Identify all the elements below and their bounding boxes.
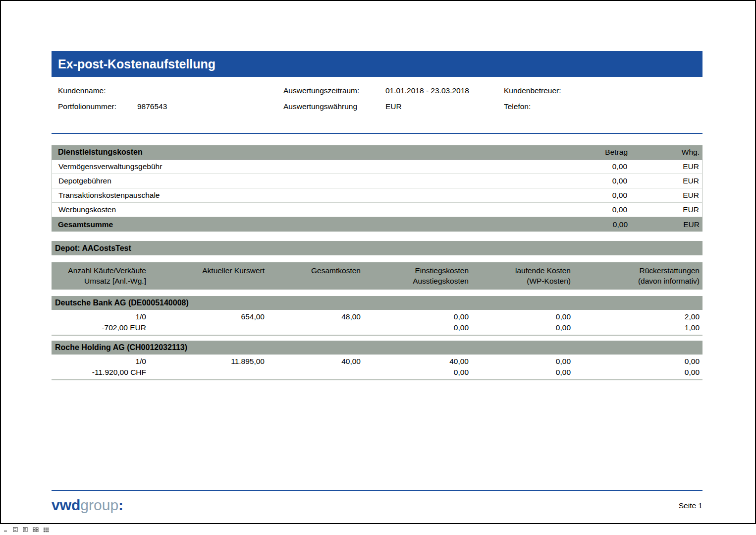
betrag-column-header: Betrag: [556, 148, 628, 157]
meta-row-2: Portfolionummer: 9876543 Auswertungswähr…: [52, 99, 702, 115]
position-cell: 11.895,00: [146, 356, 265, 377]
kundenname-label: Kundenname:: [58, 86, 106, 95]
column-header: Anzahl Käufe/Verkäufe Umsatz [Anl.-Wg.]: [52, 265, 146, 286]
total-row: Gesamtsumme 0,00 EUR: [52, 217, 702, 232]
auswertungszeitraum-label: Auswertungszeitraum:: [283, 86, 359, 95]
column-header: Rückerstattungen (davon informativ): [571, 265, 700, 286]
footer-divider-rule: [52, 490, 702, 491]
cost-label: Werbungskosten: [58, 205, 555, 214]
service-costs-body: Vermögensverwaltungsgebühr 0,00 EUR Depo…: [52, 160, 702, 217]
position-cell: 0,00 0,00: [469, 311, 571, 333]
grid-2x2-icon[interactable]: [33, 527, 39, 533]
logo-text-colon: :: [118, 497, 123, 513]
total-label: Gesamtsumme: [58, 220, 556, 229]
depot-title: Depot: AACostsTest: [55, 244, 131, 253]
cost-currency: EUR: [627, 162, 699, 171]
total-currency: EUR: [628, 220, 700, 229]
report-page: Ex-post-Kostenaufstellung Kundenname: Au…: [52, 51, 702, 380]
auswertungszeitraum-value: 01.01.2018 - 23.03.2018: [385, 86, 469, 95]
cost-currency: EUR: [627, 177, 699, 185]
page-number: Seite 1: [679, 501, 702, 513]
cost-currency: EUR: [627, 205, 699, 214]
positions-column-header: Anzahl Käufe/Verkäufe Umsatz [Anl.-Wg.] …: [52, 262, 702, 290]
column-header: Aktueller Kurswert: [146, 265, 265, 286]
position-cell: 0,00 0,00: [469, 356, 571, 377]
auswertungswaehrung-value: EUR: [385, 102, 402, 111]
vwd-group-logo: vwdgroup:: [52, 498, 123, 513]
position-cell: 2,00 1,00: [571, 311, 700, 333]
position-cell: 40,00 0,00: [361, 356, 469, 377]
logo-text-vwd: vwd: [52, 497, 80, 513]
meta-row-1: Kundenname: Auswertungszeitraum: 01.01.2…: [52, 83, 702, 99]
position-name-bar: Deutsche Bank AG (DE0005140008): [52, 296, 702, 310]
viewer-statusbar: [0, 524, 756, 535]
kundenbetreuer-label: Kundenbetreuer:: [504, 86, 561, 95]
table-row: Depotgebühren 0,00 EUR: [52, 174, 702, 188]
table-row: Werbungskosten 0,00 EUR: [52, 203, 702, 217]
position-cell: 0,00 0,00: [361, 311, 469, 333]
depot-header-bar: Depot: AACostsTest: [52, 241, 702, 255]
cost-label: Transaktionskostenpauschale: [58, 191, 555, 200]
grid-3x3-icon[interactable]: [43, 527, 49, 533]
table-row: Transaktionskostenpauschale 0,00 EUR: [52, 188, 702, 203]
cost-amount: 0,00: [555, 162, 627, 171]
page-icon[interactable]: [13, 527, 18, 533]
report-meta: Kundenname: Auswertungszeitraum: 01.01.2…: [52, 83, 702, 115]
cost-amount: 0,00: [555, 191, 627, 200]
service-costs-title: Dienstleistungskosten: [58, 148, 556, 157]
auswertungswaehrung-label: Auswertungswährung: [283, 102, 357, 111]
logo-text-group: group: [80, 497, 118, 513]
cost-label: Vermögensverwaltungsgebühr: [58, 162, 555, 171]
cost-amount: 0,00: [555, 177, 627, 185]
header-divider-rule: [52, 133, 702, 134]
page-lines-icon[interactable]: [23, 527, 28, 533]
portfolionummer-label: Portfolionummer:: [58, 102, 116, 111]
service-costs-table: Dienstleistungskosten Betrag Whg. Vermög…: [52, 145, 702, 232]
position-cell: 654,00: [146, 311, 265, 333]
cost-amount: 0,00: [555, 205, 627, 214]
service-costs-header: Dienstleistungskosten Betrag Whg.: [52, 145, 702, 160]
security-name: Roche Holding AG (CH0012032113): [55, 343, 187, 352]
position-cell: 48,00: [265, 311, 361, 333]
total-amount: 0,00: [556, 220, 628, 229]
column-header: laufende Kosten (WP-Kosten): [469, 265, 571, 286]
telefon-label: Telefon:: [504, 102, 531, 111]
cost-currency: EUR: [627, 191, 699, 200]
dash-icon[interactable]: [3, 527, 8, 533]
position-name-bar: Roche Holding AG (CH0012032113): [52, 341, 702, 355]
security-name: Deutsche Bank AG (DE0005140008): [55, 298, 189, 307]
position-cell: 1/0 -702,00 EUR: [52, 311, 146, 333]
page-title: Ex-post-Kostenaufstellung: [58, 57, 216, 71]
report-window: Ex-post-Kostenaufstellung Kundenname: Au…: [0, 0, 756, 524]
position-row: 1/0 -702,00 EUR 654,00 48,00 0,00 0,00 0…: [52, 310, 702, 336]
column-header: Gesamtkosten: [265, 265, 361, 286]
position-cell: 0,00 0,00: [571, 356, 700, 377]
position-row: 1/0 -11.920,00 CHF 11.895,00 40,00 40,00…: [52, 355, 702, 380]
portfolionummer-value: 9876543: [137, 102, 167, 111]
column-header: Einstiegskosten Ausstiegskosten: [361, 265, 469, 286]
position-cell: 40,00: [265, 356, 361, 377]
report-title-bar: Ex-post-Kostenaufstellung: [52, 51, 702, 77]
table-row: Vermögensverwaltungsgebühr 0,00 EUR: [52, 160, 702, 174]
cost-label: Depotgebühren: [58, 177, 555, 185]
position-cell: 1/0 -11.920,00 CHF: [52, 356, 146, 377]
report-footer: vwdgroup: Seite 1: [52, 490, 702, 513]
whg-column-header: Whg.: [628, 148, 700, 157]
